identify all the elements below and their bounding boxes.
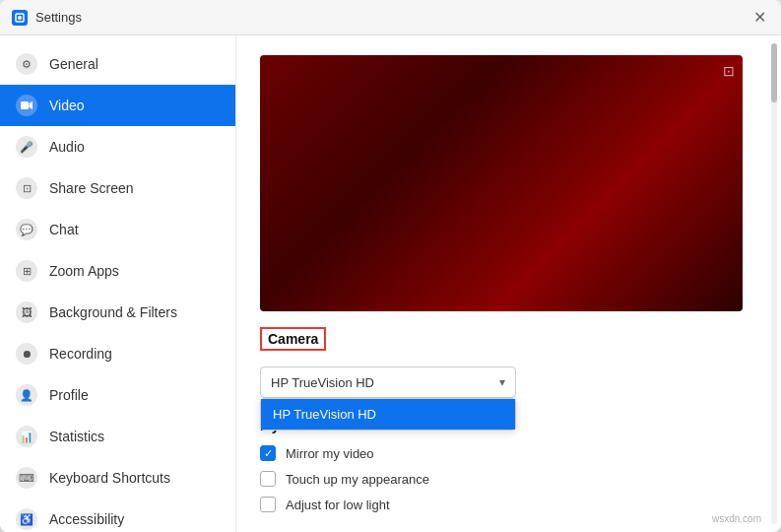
my-video-section: My Video Mirror my video Touch up my app… (260, 418, 757, 512)
sidebar-label-accessibility: Accessibility (49, 511, 124, 527)
sidebar-item-accessibility[interactable]: ♿ Accessibility (0, 499, 235, 532)
sidebar-label-statistics: Statistics (49, 429, 104, 444)
low-light-label: Adjust for low light (286, 498, 390, 512)
sidebar-label-share-screen: Share Screen (49, 180, 134, 196)
svg-marker-3 (30, 101, 33, 109)
touch-up-label: Touch up my appearance (286, 472, 429, 487)
sidebar-item-statistics[interactable]: 📊 Statistics (0, 416, 235, 457)
dropdown-arrow-icon: ▾ (499, 375, 505, 389)
camera-dropdown[interactable]: HP TrueVision HD ▾ (260, 366, 516, 398)
camera-label: Camera (260, 327, 326, 351)
share-screen-icon: ⊡ (16, 177, 37, 199)
settings-window: Settings ✕ ⚙ General Video (0, 0, 781, 532)
sidebar-item-profile[interactable]: 👤 Profile (0, 374, 235, 416)
scrollbar-thumb[interactable] (771, 43, 777, 102)
sidebar-item-chat[interactable]: 💬 Chat (0, 209, 235, 250)
sidebar-item-share-screen[interactable]: ⊡ Share Screen (0, 167, 235, 209)
camera-preview: ⊡ (260, 55, 743, 311)
zoom-apps-icon: ⊞ (16, 260, 37, 282)
background-icon: 🖼 (16, 301, 37, 323)
sidebar-label-recording: Recording (49, 346, 112, 362)
app-icon (12, 10, 28, 26)
svg-rect-2 (21, 101, 29, 109)
sidebar-item-background[interactable]: 🖼 Background & Filters (0, 292, 235, 333)
content-area: ⚙ General Video 🎤 Audio ⊡ (0, 35, 781, 532)
watermark: wsxdn.com (712, 513, 761, 524)
touch-up-checkbox[interactable] (260, 471, 276, 487)
camera-dropdown-list: HP TrueVision HD (260, 398, 516, 431)
main-content: ⊡ Camera HP TrueVision HD ▾ HP TrueVisio… (236, 35, 781, 532)
mirror-video-item: Mirror my video (260, 445, 757, 461)
sidebar: ⚙ General Video 🎤 Audio ⊡ (0, 35, 236, 532)
camera-dropdown-container: HP TrueVision HD ▾ HP TrueVision HD (260, 366, 757, 398)
expand-icon[interactable]: ⊡ (723, 63, 735, 79)
sidebar-label-zoom-apps: Zoom Apps (49, 263, 119, 279)
titlebar: Settings ✕ (0, 0, 781, 35)
titlebar-left: Settings (12, 10, 82, 26)
sidebar-item-general[interactable]: ⚙ General (0, 43, 235, 85)
statistics-icon: 📊 (16, 426, 37, 447)
sidebar-label-video: Video (49, 98, 85, 113)
low-light-item: Adjust for low light (260, 497, 757, 512)
sidebar-item-zoom-apps[interactable]: ⊞ Zoom Apps (0, 250, 235, 292)
accessibility-icon: ♿ (16, 508, 37, 530)
recording-icon: ⏺ (16, 343, 37, 365)
profile-icon: 👤 (16, 384, 37, 406)
sidebar-item-keyboard-shortcuts[interactable]: ⌨ Keyboard Shortcuts (0, 457, 235, 499)
sidebar-item-video[interactable]: Video (0, 85, 235, 126)
general-icon: ⚙ (16, 53, 37, 75)
sidebar-item-recording[interactable]: ⏺ Recording (0, 333, 235, 374)
keyboard-shortcuts-icon: ⌨ (16, 467, 37, 489)
audio-icon: 🎤 (16, 136, 37, 158)
sidebar-label-background: Background & Filters (49, 304, 177, 320)
low-light-checkbox[interactable] (260, 497, 276, 512)
dropdown-option-hp-truevision[interactable]: HP TrueVision HD (261, 399, 515, 430)
sidebar-label-audio: Audio (49, 139, 85, 155)
sidebar-label-keyboard-shortcuts: Keyboard Shortcuts (49, 470, 170, 486)
svg-point-1 (18, 16, 22, 20)
mirror-video-checkbox[interactable] (260, 445, 276, 461)
video-icon (16, 95, 37, 116)
chat-icon: 💬 (16, 219, 37, 240)
sidebar-label-general: General (49, 56, 98, 72)
sidebar-label-profile: Profile (49, 387, 89, 403)
close-button[interactable]: ✕ (749, 8, 769, 28)
camera-selected-value: HP TrueVision HD (271, 375, 374, 390)
mirror-video-label: Mirror my video (286, 446, 374, 461)
window-title: Settings (35, 10, 82, 25)
sidebar-item-audio[interactable]: 🎤 Audio (0, 126, 235, 167)
sidebar-label-chat: Chat (49, 222, 79, 237)
scrollbar-track (771, 43, 777, 524)
touch-up-item: Touch up my appearance (260, 471, 757, 487)
